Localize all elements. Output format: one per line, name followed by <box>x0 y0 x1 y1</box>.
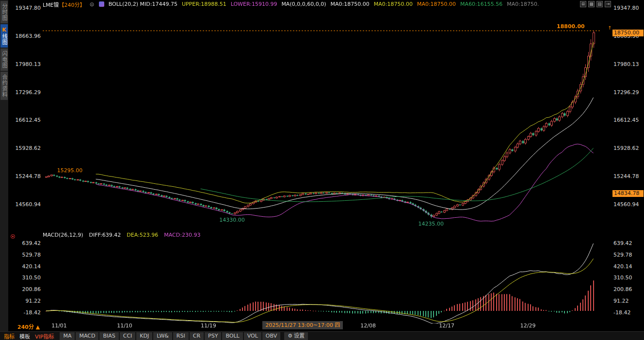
toolbar-tab-templates[interactable]: 模板 <box>19 332 30 340</box>
x-tick-12-17: 12/17 <box>439 323 454 329</box>
ma-value-3: MA60:16155.56 <box>460 1 502 7</box>
macd-dea-value: DEA:523.96 <box>127 232 158 238</box>
macd-diff-value: DIFF:639.42 <box>89 232 121 238</box>
macd-axis-label-left: 420.14 <box>22 263 41 270</box>
y-axis-label-left: 18663.96 <box>16 33 41 39</box>
macd-axis-label-left: 91.22 <box>26 298 41 304</box>
settings-button[interactable]: ⚙设置 <box>284 332 308 340</box>
selected-date-label: 2025/11/27 13:00~17:00 四 <box>262 321 343 329</box>
add-panel-icon[interactable]: ⊞ <box>580 1 586 7</box>
rows-layout-icon[interactable]: ▤ <box>596 1 603 7</box>
indicator-button-vol[interactable]: VOL <box>244 332 261 340</box>
sidebar-item-time-chart[interactable]: 分时图 <box>0 1 8 23</box>
triangle-up-icon: ▲ <box>36 324 40 330</box>
grid-layout-icon[interactable]: ▦ <box>588 1 595 7</box>
macd-axis-label-left: 200.86 <box>22 286 41 292</box>
window-icons: ⊞▦▤⇥ <box>580 1 611 7</box>
last-price-tag: 18750.00 <box>612 30 644 36</box>
app-root: 分时图K线图闪电图合约资料 LME镍【240分】 ⊜ BOLL(20,2) MI… <box>0 0 644 340</box>
boll-lower-value: LOWER:15910.99 <box>231 1 277 7</box>
indicator-button-obv[interactable]: OBV <box>262 332 280 340</box>
sidebar-item-kline-chart[interactable]: K线图 <box>0 24 8 48</box>
macd-header: MACD(26,12,9) DIFF:639.42 DEA:523.96 MAC… <box>43 232 200 238</box>
sidebar-item-contract-info[interactable]: 合约资料 <box>0 72 8 100</box>
indicator-button-bias[interactable]: BIAS <box>99 332 118 340</box>
y-axis-label-right: 19347.80 <box>613 5 639 11</box>
indicator-button-macd[interactable]: MACD <box>76 332 98 340</box>
ma-value-2: MA0:18750.00 <box>417 1 456 7</box>
y-axis-right: 19347.8018663.9617980.1317296.2916612.45… <box>613 0 644 340</box>
y-axis-label-right: 17980.13 <box>613 61 639 67</box>
x-tick-11-19: 11/19 <box>201 323 216 329</box>
chart-header: LME镍【240分】 ⊜ BOLL(20,2) MID:17449.75 UPP… <box>43 0 539 8</box>
y-axis-label-right: 16612.45 <box>613 117 639 123</box>
y-axis-label-left: 17980.13 <box>16 61 41 67</box>
indicator-buttons: MAMACDBIASCCIKDJLW&RSICRPSYBOLLVOLOBV <box>60 332 280 340</box>
main-chart-canvas[interactable] <box>43 4 600 227</box>
bottom-toolbar: 指标模板VIP指标 MAMACDBIASCCIKDJLW&RSICRPSYBOL… <box>0 331 644 340</box>
indicator-button-ma[interactable]: MA <box>60 332 75 340</box>
ma-params: MA(0,0,0,60,0,0) <box>281 1 326 7</box>
indicator-button-cr[interactable]: CR <box>190 332 204 340</box>
x-tick-12-29: 12/29 <box>520 323 536 329</box>
y-axis-label-right: 17296.29 <box>613 89 639 96</box>
macd-axis-label-right: 200.86 <box>613 286 632 292</box>
macd-axis-label-left: 529.78 <box>22 252 41 258</box>
y-axis-label-left: 19347.80 <box>16 5 41 11</box>
macd-axis-label-right: 420.14 <box>613 263 632 270</box>
x-tick-11-01: 11/01 <box>51 323 67 329</box>
toolbar-tab-indicators[interactable]: 指标 <box>4 332 15 340</box>
macd-axis-label-right: -18.42 <box>613 309 630 316</box>
toolbar-tab-vip-indicators[interactable]: VIP指标 <box>35 332 54 340</box>
ma-value-0: MA0:18750.00 <box>330 1 369 7</box>
symbol-period: 【240分】 <box>59 2 85 8</box>
y-axis-label-right: 14560.94 <box>613 201 639 208</box>
x-tick-12-08: 12/08 <box>360 323 376 329</box>
macd-axis-label-left: 639.42 <box>22 240 41 246</box>
symbol-settings-icon[interactable]: ⊜ <box>90 1 95 7</box>
ma-value-1: MA0:18750.00 <box>374 1 413 7</box>
macd-axis-label-right: 310.50 <box>613 275 632 281</box>
symbol-title: LME镍【240分】 <box>43 0 85 8</box>
high-line-label: 18800.00 <box>557 23 585 30</box>
price-up-arrow-icon: ↑ <box>608 25 612 31</box>
ma-value-4: MA0:18750. <box>507 1 539 7</box>
macd-axis-label-left: 310.50 <box>22 275 41 281</box>
indicator-logo-icon <box>99 1 104 7</box>
indicator-button-boll[interactable]: BOLL <box>222 332 242 340</box>
macd-axis-label-left: -18.42 <box>24 309 41 316</box>
kline-label-rest: 线图 <box>1 33 7 45</box>
macd-axis-label-right: 639.42 <box>613 240 632 246</box>
symbol-name: LME镍 <box>43 2 59 8</box>
macd-axis-label-right: 529.78 <box>613 252 632 258</box>
y-axis-label-left: 17296.29 <box>16 89 41 96</box>
macd-axis-label-right: 91.22 <box>613 298 629 304</box>
macd-macd-value: MACD:230.93 <box>164 232 200 238</box>
indicator-button-cci[interactable]: CCI <box>120 332 136 340</box>
sidebar-item-flash-chart[interactable]: 闪电图 <box>0 49 8 71</box>
selected-price-tag: 14834.78 <box>612 190 644 197</box>
y-axis-label-left: 15244.78 <box>16 173 41 179</box>
indicator-button-rsi[interactable]: RSI <box>173 332 189 340</box>
y-axis-label-right: 15928.62 <box>613 145 639 151</box>
indicator-marker-icon <box>11 234 15 239</box>
boll-upper-value: UPPER:18988.51 <box>182 1 226 7</box>
macd-params: MACD(26,12,9) <box>43 232 83 238</box>
y-axis-label-right: 15244.78 <box>613 173 639 179</box>
indicator-button-lw[interactable]: LW& <box>153 332 172 340</box>
y-axis-left: 19347.8018663.9617980.1317296.2916612.45… <box>12 0 41 340</box>
gear-icon: ⚙ <box>288 333 292 340</box>
collapse-panel-icon[interactable]: ⇥ <box>605 1 611 7</box>
y-axis-label-left: 15928.62 <box>16 145 41 151</box>
y-axis-label-left: 14560.94 <box>16 201 41 208</box>
boll-params: BOLL(20,2) MID:17449.75 <box>109 1 177 7</box>
chart-annotation-1: 14330.00 <box>219 217 245 223</box>
indicator-button-psy[interactable]: PSY <box>205 332 221 340</box>
macd-chart-canvas[interactable] <box>43 236 600 324</box>
toolbar-tabs: 指标模板VIP指标 <box>4 332 54 340</box>
y-axis-label-left: 16612.45 <box>16 117 41 123</box>
left-sidebar: 分时图K线图闪电图合约资料 <box>0 0 8 340</box>
indicator-button-kdj[interactable]: KDJ <box>136 332 152 340</box>
chart-annotation-2: 14235.00 <box>419 221 444 227</box>
period-selector[interactable]: 240分 ▲ <box>17 323 40 330</box>
